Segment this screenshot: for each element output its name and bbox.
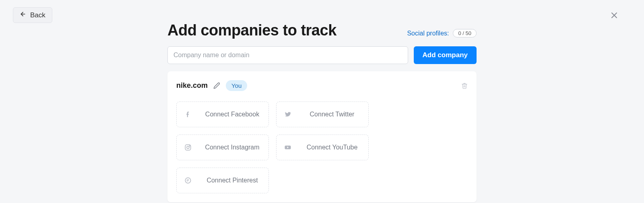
- input-row: Add company: [167, 46, 477, 64]
- add-company-button[interactable]: Add company: [414, 46, 477, 64]
- pinterest-icon: [184, 177, 192, 184]
- social-profiles-count: 0 / 50: [453, 29, 477, 37]
- company-input[interactable]: [167, 46, 408, 64]
- back-button-label: Back: [30, 11, 45, 19]
- header-row: Add companies to track Social profiles: …: [167, 22, 477, 39]
- connect-twitter-label: Connect Twitter: [303, 111, 361, 118]
- company-name: nike.com: [176, 81, 208, 90]
- svg-point-5: [189, 145, 190, 146]
- company-card: nike.com You: [167, 71, 477, 202]
- connect-instagram-label: Connect Instagram: [203, 144, 261, 151]
- arrow-left-icon: [20, 11, 26, 19]
- page-title: Add companies to track: [167, 22, 336, 39]
- twitter-icon: [284, 111, 292, 118]
- youtube-icon: [284, 144, 292, 151]
- connect-pinterest[interactable]: Connect Pinterest: [176, 168, 269, 193]
- connect-facebook-label: Connect Facebook: [203, 111, 261, 118]
- svg-point-7: [185, 178, 191, 183]
- edit-icon[interactable]: [213, 82, 220, 89]
- connect-pinterest-label: Connect Pinterest: [203, 177, 261, 184]
- social-profiles-counter: Social profiles: 0 / 50: [407, 29, 477, 39]
- connect-youtube[interactable]: Connect YouTube: [276, 135, 369, 160]
- close-icon: [609, 14, 619, 21]
- facebook-icon: [184, 111, 192, 118]
- connect-twitter[interactable]: Connect Twitter: [276, 102, 369, 127]
- instagram-icon: [184, 144, 192, 151]
- back-button[interactable]: Back: [13, 7, 52, 23]
- connect-facebook[interactable]: Connect Facebook: [176, 102, 269, 127]
- connect-youtube-label: Connect YouTube: [303, 144, 361, 151]
- connect-instagram[interactable]: Connect Instagram: [176, 135, 269, 160]
- svg-point-4: [187, 146, 189, 149]
- trash-icon: [461, 82, 468, 89]
- main-panel: Add companies to track Social profiles: …: [167, 0, 477, 202]
- social-profiles-label: Social profiles:: [407, 30, 449, 37]
- close-button[interactable]: [609, 10, 619, 22]
- you-badge: You: [226, 80, 247, 91]
- delete-company-button[interactable]: [461, 82, 468, 89]
- company-header: nike.com You: [176, 80, 468, 91]
- connect-grid: Connect Facebook Connect Twitter Connect…: [176, 102, 468, 193]
